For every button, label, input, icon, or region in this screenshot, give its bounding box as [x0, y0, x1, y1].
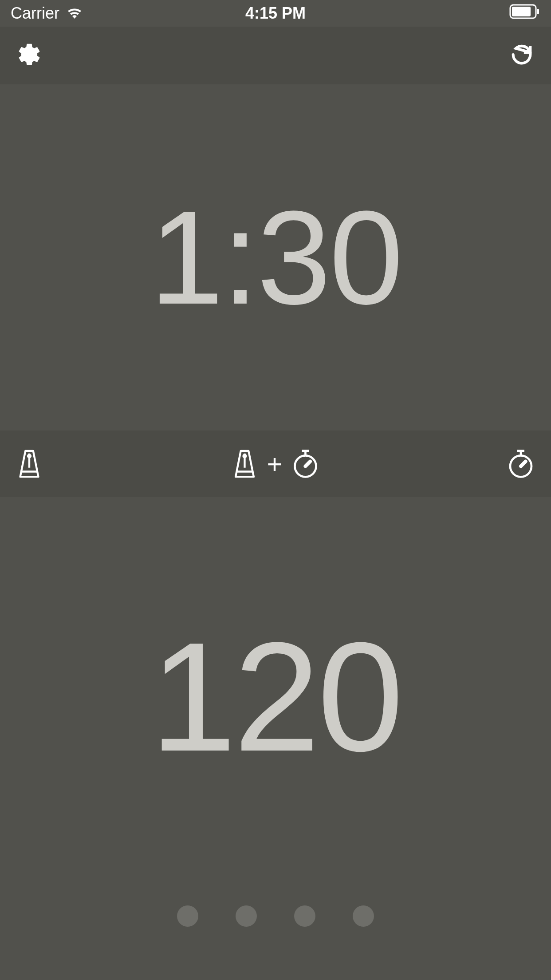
- metronome-icon: [16, 448, 43, 479]
- page-dot[interactable]: [236, 905, 257, 927]
- stopwatch-icon: [291, 448, 320, 479]
- mode-timer-button[interactable]: [507, 448, 535, 479]
- svg-rect-2: [537, 9, 539, 14]
- mode-metronome-button[interactable]: [16, 448, 43, 479]
- carrier-label: Carrier: [11, 4, 59, 23]
- svg-rect-1: [512, 7, 531, 16]
- refresh-icon: [509, 42, 535, 69]
- timer-panel[interactable]: 1:30: [0, 84, 551, 431]
- svg-point-4: [28, 455, 31, 458]
- mode-bar: +: [0, 431, 551, 497]
- status-bar-right: [509, 4, 540, 23]
- status-bar-left: Carrier: [11, 4, 83, 23]
- status-time: 4:15 PM: [245, 4, 306, 23]
- plus-icon: +: [267, 449, 282, 479]
- stopwatch-icon: [507, 448, 535, 479]
- battery-icon: [509, 4, 540, 23]
- status-bar: Carrier 4:15 PM: [0, 0, 551, 27]
- bpm-display: 120: [150, 608, 401, 786]
- nav-bar: [0, 27, 551, 84]
- settings-button[interactable]: [16, 42, 43, 69]
- timer-display: 1:30: [150, 181, 401, 334]
- page-dot[interactable]: [353, 905, 374, 927]
- bpm-panel[interactable]: 120: [0, 497, 551, 897]
- gear-icon: [16, 42, 42, 69]
- page-dot[interactable]: [294, 905, 315, 927]
- wifi-icon: [66, 4, 83, 23]
- page-indicator[interactable]: [177, 905, 374, 927]
- page-dot[interactable]: [177, 905, 198, 927]
- metronome-icon: [231, 448, 258, 479]
- mode-combined-button[interactable]: +: [231, 448, 319, 479]
- svg-point-7: [244, 455, 246, 458]
- reset-button[interactable]: [508, 42, 535, 69]
